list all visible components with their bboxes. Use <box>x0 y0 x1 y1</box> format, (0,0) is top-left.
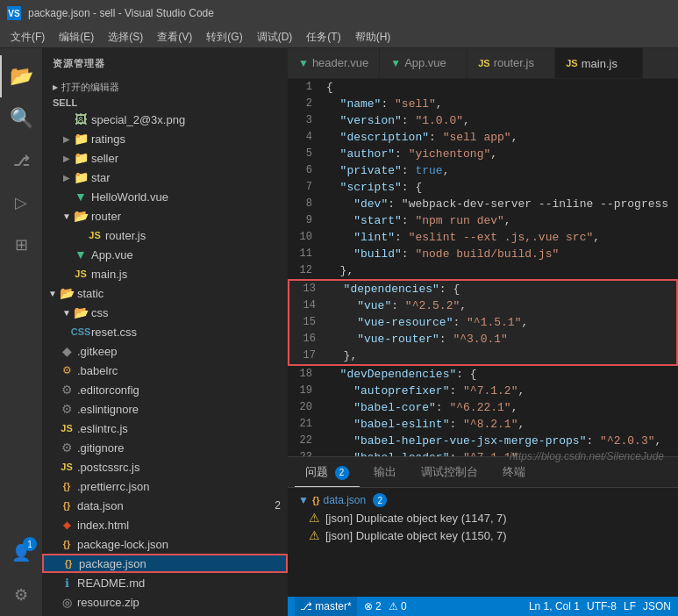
activity-settings[interactable]: ⚙ <box>0 574 42 616</box>
panel-tab-problems[interactable]: 问题 2 <box>295 461 360 483</box>
tree-item-eslintignore[interactable]: ⚙ .eslintignore <box>42 399 288 419</box>
tab-main-js[interactable]: JS main.js <box>555 48 643 78</box>
js-tab-icon: JS <box>478 58 489 68</box>
code-line: 19 "autoprefixer": "^7.1.2", <box>288 383 678 399</box>
warn-icon-0: ⚠ <box>309 511 320 525</box>
status-git[interactable]: ⎇ master* <box>295 597 357 616</box>
tree-label: router <box>91 210 121 223</box>
html-icon: ◈ <box>60 518 74 532</box>
config-icon: ⚙ <box>60 383 74 397</box>
line-content: "vue-resource": "^1.5.1", <box>326 314 676 331</box>
line-content: "vue-router": "^3.0.1" <box>326 331 676 347</box>
code-line: 20 "babel-core": "^6.22.1", <box>288 399 678 416</box>
tree-item-reset-css[interactable]: CSS reset.css <box>42 322 288 341</box>
menu-view[interactable]: 查看(V) <box>150 28 199 47</box>
folder-icon: 📁 <box>74 132 88 146</box>
tree-item-ratings[interactable]: ▶ 📁 ratings <box>42 129 288 148</box>
tree-item-router-js[interactable]: JS router.js <box>42 226 288 245</box>
tree-item-special[interactable]: 🖼 special_2@3x.png <box>42 110 288 129</box>
tree-item-babelrc[interactable]: ⚙ .babelrc <box>42 361 288 380</box>
tree-item-css-folder[interactable]: ▼ 📂 css <box>42 303 288 322</box>
tree-item-app-vue[interactable]: ▼ App.vue <box>42 245 288 264</box>
tab-app-vue[interactable]: ▼ App.vue <box>380 48 467 78</box>
status-line-ending[interactable]: LF <box>624 600 636 612</box>
tree-item-postcssrc[interactable]: JS .postcssrc.js <box>42 457 288 476</box>
code-line: 21 "babel-eslint": "^8.2.1", <box>288 416 678 433</box>
code-line: 9 "start": "npm run dev", <box>288 212 678 229</box>
menu-debug[interactable]: 调试(D) <box>250 28 300 47</box>
json-icon: {} <box>60 479 74 493</box>
panel-error-text-0: [json] Duplicate object key (1147, 7) <box>325 512 507 525</box>
tree-item-prettierrc[interactable]: {} .prettierrc.json <box>42 476 288 496</box>
folder-icon: 📂 <box>74 305 88 319</box>
tab-header-vue[interactable]: ▼ header.vue <box>288 48 380 78</box>
open-editors-section[interactable]: ▶ 打开的编辑器 <box>42 79 288 96</box>
status-warnings[interactable]: ⚠ 0 <box>389 600 407 612</box>
activity-extensions[interactable]: ⊞ <box>0 224 42 266</box>
status-language[interactable]: JSON <box>643 600 671 612</box>
file-json-icon: {} <box>312 495 320 505</box>
line-content: "private": true, <box>323 162 678 179</box>
tab-bar: ▼ header.vue ▼ App.vue JS router.js JS m… <box>288 48 678 79</box>
tree-item-package-json[interactable]: {} package.json <box>42 554 288 573</box>
line-number: 5 <box>288 146 323 162</box>
panel-tab-debug-console[interactable]: 调试控制台 <box>410 461 489 483</box>
activity-explorer[interactable]: 📂 <box>0 55 42 97</box>
tree-item-readme[interactable]: ℹ README.md <box>42 573 288 592</box>
code-line: 10 "lint": "eslint --ext .js,.vue src", <box>288 229 678 246</box>
status-errors[interactable]: ⊗ 2 <box>364 600 382 612</box>
activity-account[interactable]: 👤 1 <box>0 532 42 574</box>
tab-router-js[interactable]: JS router.js <box>467 48 555 78</box>
tree-item-index-html[interactable]: ◈ index.html <box>42 515 288 534</box>
panel-error-1[interactable]: ⚠ [json] Duplicate object key (1150, 7) <box>288 526 678 544</box>
gitignore-icon: ⚙ <box>60 441 74 455</box>
tree-label: main.js <box>91 268 127 281</box>
panel-tab-output[interactable]: 输出 <box>363 461 407 483</box>
code-line: 13 "dependencies": { <box>289 281 676 297</box>
tree-item-router-folder[interactable]: ▼ 📂 router <box>42 206 288 226</box>
panel-file-entry[interactable]: ▼ {} data.json 2 <box>288 491 678 509</box>
line-content: "dependencies": { <box>326 281 676 297</box>
gitkeep-icon: ◆ <box>60 344 74 358</box>
activity-debug[interactable]: ▷ <box>0 182 42 224</box>
line-number: 14 <box>291 297 326 314</box>
tree-item-static[interactable]: ▼ 📂 static <box>42 283 288 303</box>
line-content: }, <box>323 262 678 279</box>
menu-goto[interactable]: 转到(G) <box>199 28 249 47</box>
line-number: 22 <box>288 433 323 449</box>
line-number: 15 <box>291 314 326 331</box>
activity-search[interactable]: 🔍 <box>0 97 42 140</box>
line-content: "author": "yichentong", <box>323 146 678 162</box>
tree-item-gitkeep[interactable]: ◆ .gitkeep <box>42 341 288 361</box>
tree-item-data-json[interactable]: {} data.json 2 <box>42 496 288 515</box>
tree-item-seller[interactable]: ▶ 📁 seller <box>42 148 288 168</box>
panel-tab-terminal[interactable]: 终端 <box>492 461 536 483</box>
tree-item-package-lock[interactable]: {} package-lock.json <box>42 534 288 554</box>
tree-label: seller <box>91 152 118 165</box>
line-number: 9 <box>288 212 323 229</box>
tree-label: reset.css <box>91 326 137 339</box>
js-tab-icon: JS <box>566 58 577 68</box>
status-encoding[interactable]: UTF-8 <box>587 600 617 612</box>
tree-item-editorconfig[interactable]: ⚙ .editorconfig <box>42 380 288 399</box>
menu-help[interactable]: 帮助(H) <box>348 28 398 47</box>
activity-git[interactable]: ⎇ <box>0 140 42 182</box>
menu-file[interactable]: 文件(F) <box>4 28 52 47</box>
code-line: 11 "build": "node build/build.js" <box>288 246 678 262</box>
tree-item-main-js[interactable]: JS main.js <box>42 264 288 283</box>
tree-label: .babelrc <box>77 364 118 377</box>
code-line: 5 "author": "yichentong", <box>288 146 678 162</box>
tree-item-helloworld[interactable]: ▼ HelloWorld.vue <box>42 187 288 206</box>
tree-item-star[interactable]: ▶ 📁 star <box>42 168 288 187</box>
folder-arrow: ▶ <box>60 151 74 165</box>
menu-edit[interactable]: 编辑(E) <box>52 28 101 47</box>
menu-select[interactable]: 选择(S) <box>101 28 150 47</box>
tree-item-eslintrc[interactable]: JS .eslintrc.js <box>42 419 288 438</box>
tree-label: router.js <box>105 229 146 242</box>
sidebar-content: ▶ 打开的编辑器 SELL 🖼 special_2@3x.png ▶ 📁 rat… <box>42 79 288 616</box>
menu-tasks[interactable]: 任务(T) <box>299 28 347 47</box>
status-position[interactable]: Ln 1, Col 1 <box>529 600 580 612</box>
panel-error-0[interactable]: ⚠ [json] Duplicate object key (1147, 7) <box>288 509 678 526</box>
tree-item-gitignore[interactable]: ⚙ .gitignore <box>42 438 288 457</box>
tree-item-resource-zip[interactable]: ◎ resource.zip <box>42 592 288 612</box>
